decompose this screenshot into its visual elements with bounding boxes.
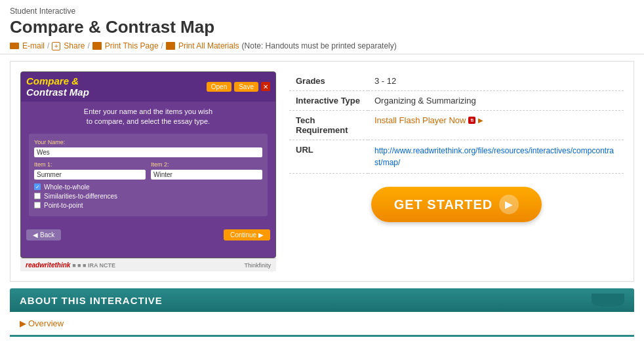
grades-value: 3 - 12 — [368, 71, 624, 91]
checkbox-row-2: Similarities-to-differences — [34, 193, 262, 200]
app-body: Enter your name and the items you wish t… — [21, 102, 275, 221]
about-header: ABOUT THIS INTERACTIVE — [10, 288, 634, 312]
type-value: Organizing & Summarizing — [368, 91, 624, 111]
checkbox-2[interactable] — [34, 193, 41, 199]
page-title: Compare & Contrast Map — [10, 17, 634, 37]
checkbox-3[interactable] — [34, 202, 41, 208]
url-row: URL http://www.readwritethink.org/files/… — [289, 140, 624, 174]
toolbar-note: (Note: Handouts must be printed separate… — [242, 41, 397, 50]
grades-label: Grades — [289, 71, 368, 91]
page-header: Student Interactive Compare & Contrast M… — [0, 0, 644, 54]
url-link[interactable]: http://www.readwritethink.org/files/reso… — [374, 146, 614, 167]
name-row: Your Name: — [34, 139, 262, 157]
item2-field: Item 2: — [151, 161, 262, 180]
tech-label: Tech Requirement — [289, 111, 368, 140]
cta-area: GET STARTED ▶ — [289, 183, 624, 225]
app-instructions: Enter your name and the items you wish t… — [29, 107, 268, 127]
continue-arrow-icon: ▶ — [258, 231, 264, 239]
checkbox-1[interactable] — [34, 183, 41, 190]
info-table: Grades 3 - 12 Interactive Type Organizin… — [289, 71, 624, 174]
app-title-area: Compare & Contrast Map — [26, 76, 89, 98]
type-label: Interactive Type — [289, 91, 368, 111]
rwt-brand-left: readwritethink ■ ■ ■ IRA NCTE — [26, 261, 115, 269]
item1-label: Item 1: — [34, 161, 146, 168]
get-started-button[interactable]: GET STARTED ▶ — [371, 187, 542, 222]
about-title: ABOUT THIS INTERACTIVE — [20, 295, 163, 306]
item1-input[interactable] — [34, 170, 146, 180]
app-header: Compare & Contrast Map Open Save ✕ — [21, 72, 275, 102]
overview-arrow-icon: ▶ — [20, 318, 26, 328]
type-row: Interactive Type Organizing & Summarizin… — [289, 91, 624, 111]
checkbox-label-3: Point-to-point — [44, 202, 83, 209]
bottom-border — [10, 335, 634, 337]
overview-link[interactable]: ▶ Overview — [10, 315, 634, 332]
app-title: Compare & Contrast Map — [26, 76, 89, 98]
print-page-link[interactable]: Print This Page — [92, 41, 159, 50]
tech-row: Tech Requirement Install Flash Player No… — [289, 111, 624, 140]
checkbox-row-3: Point-to-point — [34, 202, 262, 209]
about-header-decoration — [592, 294, 624, 307]
about-section: ABOUT THIS INTERACTIVE ▶ Overview — [10, 288, 634, 335]
play-circle-icon: ▶ — [499, 195, 519, 214]
preview-panel: Compare & Contrast Map Open Save ✕ Enter… — [20, 71, 276, 271]
app-form: Your Name: Item 1: Item 2: — [29, 134, 268, 216]
item2-input[interactable] — [151, 170, 262, 180]
grades-row: Grades 3 - 12 — [289, 71, 624, 91]
app-header-buttons: Open Save ✕ — [207, 82, 270, 92]
separator-1: / — [47, 41, 49, 50]
print-page-icon — [92, 42, 102, 50]
name-label: Your Name: — [34, 139, 262, 145]
back-arrow-icon: ◀ — [33, 231, 38, 239]
about-body: ▶ Overview — [10, 312, 634, 335]
separator-3: / — [161, 41, 163, 50]
share-icon: + — [52, 42, 60, 50]
app-footer: ◀ Back Continue ▶ — [21, 225, 275, 244]
url-value: http://www.readwritethink.org/files/reso… — [368, 140, 624, 174]
main-content: Compare & Contrast Map Open Save ✕ Enter… — [10, 61, 634, 282]
share-link[interactable]: + Share — [52, 41, 85, 50]
open-button[interactable]: Open — [207, 82, 231, 92]
save-button[interactable]: Save — [234, 82, 258, 92]
email-link[interactable]: E-mail — [10, 41, 45, 50]
separator-2: / — [87, 41, 89, 50]
print-all-link[interactable]: Print All Materials — [166, 41, 239, 50]
checkbox-row-1: Whole-to-whole — [34, 183, 262, 191]
item2-label: Item 2: — [151, 161, 262, 168]
breadcrumb: Student Interactive — [10, 7, 634, 16]
continue-button[interactable]: Continue ▶ — [224, 229, 270, 240]
preview-branding: readwritethink ■ ■ ■ IRA NCTE Thinkfinit… — [20, 258, 276, 271]
tech-value: Install Flash Player Now fi ▶ — [368, 111, 624, 140]
url-label: URL — [289, 140, 368, 174]
checkbox-label-1: Whole-to-whole — [44, 183, 89, 191]
info-panel: Grades 3 - 12 Interactive Type Organizin… — [289, 71, 624, 271]
name-field: Your Name: — [34, 139, 262, 157]
item1-field: Item 1: — [34, 161, 146, 180]
toolbar: E-mail / + Share / Print This Page / Pri… — [10, 41, 634, 50]
name-input[interactable] — [34, 147, 262, 157]
back-button[interactable]: ◀ Back — [26, 229, 61, 240]
arrow-right-icon: ▶ — [478, 117, 483, 124]
close-button[interactable]: ✕ — [261, 82, 270, 91]
app-preview: Compare & Contrast Map Open Save ✕ Enter… — [20, 71, 276, 258]
rwt-brand-right: Thinkfinity — [244, 262, 271, 269]
checkbox-label-2: Similarities-to-differences — [44, 193, 117, 200]
items-row: Item 1: Item 2: — [34, 161, 262, 180]
flash-icon: fi — [468, 117, 475, 124]
email-icon — [10, 43, 19, 49]
print-all-icon — [166, 42, 175, 50]
flash-install-link[interactable]: Install Flash Player Now fi ▶ — [374, 115, 617, 125]
